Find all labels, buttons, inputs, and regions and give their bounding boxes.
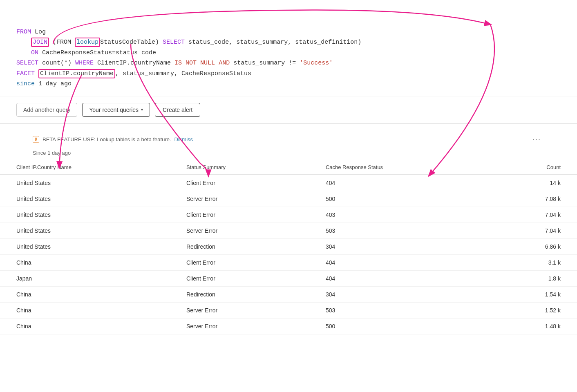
table-cell-3-0: United States [0,223,170,238]
table-cell-3-3: 7.04 k [483,223,577,238]
table-cell-7-1: Redirection [170,286,309,302]
table-cell-6-2: 404 [309,270,483,286]
table-cell-7-2: 304 [309,286,483,302]
since-label: Since 1 day ago [16,148,561,160]
table-cell-7-3: 1.54 k [483,286,577,302]
table-cell-9-1: Server Error [170,318,309,334]
table-cell-8-3: 1.52 k [483,302,577,318]
table-cell-2-3: 7.04 k [483,207,577,223]
table-cell-6-0: Japan [0,270,170,286]
table-cell-4-2: 304 [309,238,483,254]
table-row: ChinaServer Error5031.52 k [0,302,577,318]
table-cell-0-3: 14 k [483,175,577,191]
table-cell-3-2: 503 [309,223,483,238]
table-cell-1-0: United States [0,191,170,207]
table-row: ChinaServer Error5001.48 k [0,318,577,334]
table-body: United StatesClient Error40414 kUnited S… [0,175,577,334]
table-cell-1-2: 500 [309,191,483,207]
table-cell-6-3: 1.8 k [483,270,577,286]
query-editor: FROM Log JOIN (FROM lookupStatusCodeTabl… [0,8,577,96]
from-keyword: FROM [16,29,31,36]
results-table-wrapper: Client IP.Country Name Status Summary Ca… [0,160,577,334]
table-row: United StatesServer Error5007.08 k [0,191,577,207]
table-row: United StatesClient Error40414 k [0,175,577,191]
table-header: Client IP.Country Name Status Summary Ca… [0,160,577,175]
ellipsis-button[interactable]: ··· [529,134,544,145]
table-row: JapanClient Error4041.8 k [0,270,577,286]
join-highlight: JOIN [31,38,49,47]
table-cell-5-0: China [0,254,170,270]
table-cell-8-1: Server Error [170,302,309,318]
col-header-count: Count [483,160,577,175]
beta-message: BETA FEATURE USE: Lookup tables is a bet… [42,136,171,143]
recent-queries-button[interactable]: Your recent queries ▾ [82,103,150,117]
chevron-down-icon: ▾ [141,107,143,112]
table-cell-4-0: United States [0,238,170,254]
table-cell-5-1: Client Error [170,254,309,270]
add-query-button[interactable]: Add another query [16,103,77,117]
table-cell-4-1: Redirection [170,238,309,254]
table-row: United StatesServer Error5037.04 k [0,223,577,238]
results-table: Client IP.Country Name Status Summary Ca… [0,160,577,334]
table-cell-1-1: Server Error [170,191,309,207]
main-container: FROM Log JOIN (FROM lookupStatusCodeTabl… [0,0,577,392]
table-cell-2-0: United States [0,207,170,223]
table-cell-6-1: Client Error [170,270,309,286]
beta-notice: β BETA FEATURE USE: Lookup tables is a b… [16,129,561,148]
table-header-row: Client IP.Country Name Status Summary Ca… [0,160,577,175]
table-cell-0-2: 404 [309,175,483,191]
toolbar: Add another query Your recent queries ▾ … [0,96,577,124]
lookup-highlight: lookup [75,38,100,47]
table-cell-2-2: 403 [309,207,483,223]
table-cell-9-2: 500 [309,318,483,334]
table-cell-4-3: 6.86 k [483,238,577,254]
table-cell-0-0: United States [0,175,170,191]
query-code: FROM Log JOIN (FROM lookupStatusCodeTabl… [16,16,561,89]
beta-notice-content: β BETA FEATURE USE: Lookup tables is a b… [16,129,561,160]
table-row: ChinaClient Error4043.1 k [0,254,577,270]
table-row: United StatesRedirection3046.86 k [0,238,577,254]
col-header-status-summary: Status Summary [170,160,309,175]
table-cell-7-0: China [0,286,170,302]
table-row: United StatesClient Error4037.04 k [0,207,577,223]
recent-queries-label: Your recent queries [89,107,139,113]
beta-notice-row: β BETA FEATURE USE: Lookup tables is a b… [0,124,577,160]
table-row: ChinaRedirection3041.54 k [0,286,577,302]
create-alert-button[interactable]: Create alert [155,103,200,117]
table-cell-8-2: 503 [309,302,483,318]
col-header-country: Client IP.Country Name [0,160,170,175]
beta-icon: β [33,136,39,143]
table-cell-0-1: Client Error [170,175,309,191]
table-cell-8-0: China [0,302,170,318]
col-header-cache-status: Cache Response Status [309,160,483,175]
facet-highlight: ClientIP.countryName [38,69,115,78]
table-cell-5-2: 404 [309,254,483,270]
table-cell-9-3: 1.48 k [483,318,577,334]
table-cell-9-0: China [0,318,170,334]
dismiss-link[interactable]: Dismiss [174,136,193,143]
table-cell-1-3: 7.08 k [483,191,577,207]
table-cell-2-1: Client Error [170,207,309,223]
table-cell-3-1: Server Error [170,223,309,238]
table-cell-5-3: 3.1 k [483,254,577,270]
